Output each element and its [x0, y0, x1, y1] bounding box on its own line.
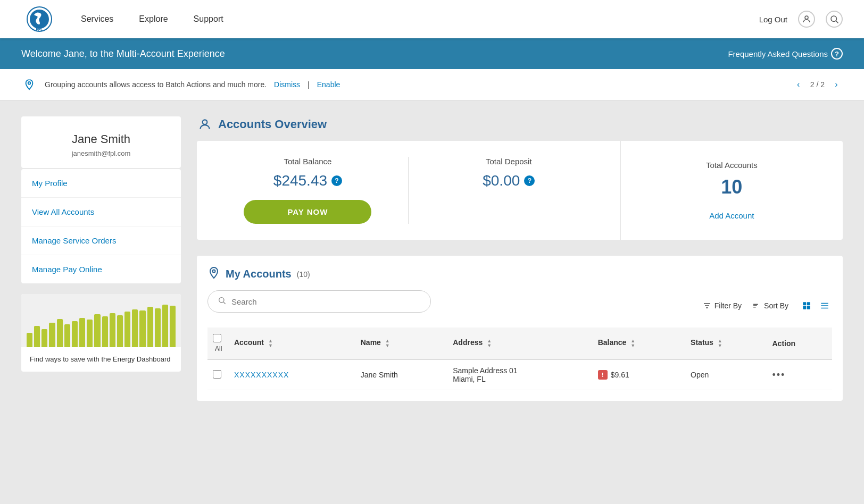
nav-services[interactable]: Services — [79, 14, 115, 24]
table-controls: Filter By Sort By — [703, 298, 832, 313]
chart-bar — [27, 333, 32, 347]
chart-bar — [139, 310, 145, 347]
table-header-name: Name ▲▼ — [355, 327, 448, 359]
sort-label: Sort By — [764, 301, 788, 310]
pagination-text: 2 / 2 — [810, 80, 825, 89]
overview-cards: Total Balance $245.43 ? PAY NOW Total De… — [197, 141, 843, 240]
info-message: Grouping accounts allows access to Batch… — [45, 80, 267, 89]
sidebar-item-manage-pay-online[interactable]: Manage Pay Online — [21, 255, 181, 283]
faq-link[interactable]: Frequently Asked Questions ? — [728, 48, 843, 60]
main-container: Jane Smith janesmith@fpl.com My Profile … — [0, 100, 864, 504]
info-bar: Grouping accounts allows access to Batch… — [0, 69, 864, 100]
search-bar-icon — [218, 296, 226, 307]
my-accounts-icon — [207, 266, 220, 282]
total-balance-section: Total Balance $245.43 ? PAY NOW — [207, 157, 408, 224]
row-checkbox[interactable] — [213, 370, 221, 379]
total-balance-value: $245.43 ? — [218, 172, 397, 189]
welcome-banner: Welcome Jane, to the Multi-Account Exper… — [0, 38, 864, 69]
deposit-help-icon[interactable]: ? — [524, 175, 535, 186]
chart-bar — [147, 307, 153, 347]
header-right: Log Out — [759, 11, 843, 28]
pagination-prev[interactable]: ‹ — [792, 78, 805, 91]
user-icon[interactable] — [798, 11, 815, 28]
svg-point-10 — [219, 298, 224, 303]
chart-bar — [155, 308, 161, 347]
total-accounts-card: Total Accounts 10 Add Account — [621, 141, 843, 240]
main-content: Accounts Overview Total Balance $245.43 … — [197, 116, 843, 504]
sort-button[interactable]: Sort By — [752, 301, 788, 310]
account-sort-icon[interactable]: ▲▼ — [268, 339, 273, 348]
action-menu-button[interactable]: ••• — [772, 369, 786, 380]
balance-indicator-icon: ! — [598, 370, 608, 380]
row-status: Open — [685, 359, 767, 390]
balance-sort-icon[interactable]: ▲▼ — [630, 339, 635, 348]
filter-button[interactable]: Filter By — [703, 301, 742, 310]
faq-label: Frequently Asked Questions — [728, 49, 828, 58]
pagination-next[interactable]: › — [830, 78, 843, 91]
fpl-logo[interactable]: FPL — [21, 5, 57, 33]
chart-bar — [57, 319, 63, 347]
svg-line-6 — [836, 21, 838, 23]
main-nav: Services Explore Support — [79, 14, 759, 24]
chart-bar — [34, 326, 40, 347]
pay-now-button[interactable]: PAY NOW — [244, 200, 371, 224]
grid-view-button[interactable] — [799, 298, 814, 313]
my-accounts-section: My Accounts (10) — [197, 256, 843, 401]
table-header-address: Address ▲▼ — [447, 327, 592, 359]
user-name: Jane Smith — [32, 132, 170, 146]
svg-point-8 — [203, 120, 207, 124]
row-account-num: XXXXXXXXXX — [229, 359, 355, 390]
balance-help-icon[interactable]: ? — [331, 175, 342, 186]
sidebar-item-manage-service-orders[interactable]: Manage Service Orders — [21, 226, 181, 255]
my-accounts-header: My Accounts (10) — [207, 266, 832, 282]
address-sort-icon[interactable]: ▲▼ — [487, 339, 492, 348]
chart-bar — [102, 316, 108, 347]
svg-point-2 — [30, 10, 49, 29]
select-all-checkbox[interactable] — [213, 334, 221, 342]
search-bar[interactable] — [207, 290, 431, 313]
balance-badge: ! $9.61 — [598, 370, 629, 380]
chart-bar — [124, 312, 130, 347]
add-account-button[interactable]: Add Account — [709, 211, 754, 220]
total-deposit-label: Total Deposit — [419, 157, 599, 166]
svg-rect-18 — [803, 302, 806, 305]
account-number-link[interactable]: XXXXXXXXXX — [234, 371, 289, 379]
faq-icon: ? — [831, 48, 843, 60]
logout-button[interactable]: Log Out — [759, 15, 787, 24]
location-icon — [21, 77, 37, 93]
svg-point-4 — [805, 16, 808, 19]
name-sort-icon[interactable]: ▲▼ — [385, 339, 390, 348]
sidebar-item-my-profile[interactable]: My Profile — [21, 169, 181, 198]
search-input[interactable] — [231, 297, 421, 306]
chart-bar — [87, 320, 93, 347]
row-check — [207, 359, 229, 390]
energy-chart — [21, 294, 181, 347]
dismiss-link[interactable]: Dismiss — [274, 80, 300, 89]
chart-bar — [117, 315, 123, 347]
sidebar-nav: My Profile View All Accounts Manage Serv… — [21, 169, 181, 283]
accounts-overview-heading: Accounts Overview — [218, 117, 327, 131]
status-value: Open — [691, 371, 709, 379]
chart-bar — [94, 314, 100, 347]
search-icon[interactable] — [826, 11, 843, 28]
total-balance-label: Total Balance — [218, 157, 397, 166]
chart-bar — [79, 318, 85, 347]
accounts-overview-icon — [197, 116, 213, 132]
view-toggle — [799, 298, 832, 313]
chart-bar — [64, 324, 70, 347]
svg-rect-20 — [803, 306, 806, 309]
sidebar-item-view-all-accounts[interactable]: View All Accounts — [21, 198, 181, 226]
total-accounts-label: Total Accounts — [706, 161, 758, 170]
table-body: XXXXXXXXXX Jane Smith Sample Address 01 … — [207, 359, 832, 390]
my-accounts-title: My Accounts (10) — [207, 266, 310, 282]
nav-explore[interactable]: Explore — [137, 14, 170, 24]
user-email: janesmith@fpl.com — [32, 149, 170, 157]
nav-support[interactable]: Support — [192, 14, 226, 24]
table-header-action: Action — [767, 327, 833, 359]
sidebar: Jane Smith janesmith@fpl.com My Profile … — [21, 116, 181, 504]
list-view-button[interactable] — [817, 298, 832, 313]
status-sort-icon[interactable]: ▲▼ — [718, 339, 722, 348]
enable-link[interactable]: Enable — [317, 80, 340, 89]
table-header-balance: Balance ▲▼ — [593, 327, 685, 359]
svg-rect-21 — [807, 306, 810, 309]
